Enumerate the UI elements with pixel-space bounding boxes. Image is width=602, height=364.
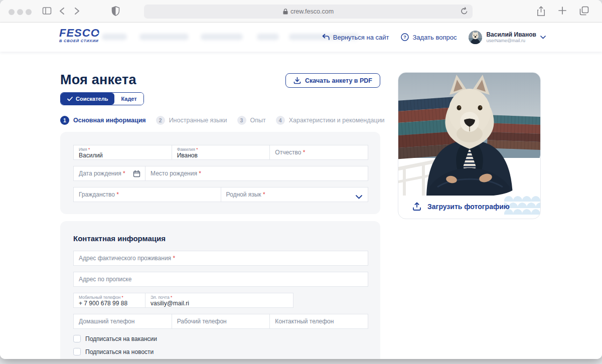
field-placeholder: Родной язык <box>226 191 261 198</box>
checkbox[interactable] <box>73 335 81 342</box>
first-name-field[interactable]: Имя * Василий <box>73 145 172 160</box>
required-mark: * <box>88 147 90 152</box>
required-mark: * <box>199 170 201 177</box>
step-label: Иностранные языки <box>169 117 227 124</box>
field-value: vasiliy@mail.ri <box>150 300 288 307</box>
citizenship-field[interactable]: Гражданство * <box>73 187 221 202</box>
form-stepper: 1Основная информация 2Иностранные языки … <box>60 116 380 125</box>
shield-icon[interactable] <box>111 6 120 18</box>
step-1-basic-info[interactable]: 1Основная информация <box>60 116 146 125</box>
required-mark: * <box>171 295 172 300</box>
reload-icon[interactable] <box>461 7 468 17</box>
step-2-foreign-languages[interactable]: 2Иностранные языки <box>156 116 227 125</box>
step-number: 2 <box>156 116 165 125</box>
required-mark: * <box>122 295 123 300</box>
field-placeholder: Домашний телефон <box>79 318 134 325</box>
required-mark: * <box>116 191 119 198</box>
required-mark: * <box>173 255 175 262</box>
share-icon[interactable] <box>537 6 545 19</box>
toggle-cadet-label: Кадет <box>121 96 136 102</box>
contact-section-heading: Контактная информация <box>73 234 368 243</box>
chevron-down-icon <box>540 36 546 39</box>
email-field[interactable]: Эл. почта * vasiliy@mail.ri <box>145 293 293 308</box>
logo-link-glyph <box>92 33 98 34</box>
step-number: 1 <box>60 116 69 125</box>
upload-icon <box>412 202 421 211</box>
home-phone-field[interactable]: Домашний телефон <box>73 314 172 329</box>
work-phone-field[interactable]: Рабочий телефон <box>172 314 270 329</box>
field-label: Мобильный телефон <box>79 295 120 300</box>
upload-photo-label: Загрузить фотографию <box>427 203 510 211</box>
download-icon <box>293 77 301 84</box>
close-window-icon[interactable] <box>9 9 15 15</box>
step-3-experience[interactable]: 3Опыт <box>237 116 266 125</box>
last-name-field[interactable]: Фамилия * Иванов <box>172 145 270 160</box>
toggle-applicant[interactable]: Соискатель <box>61 93 114 105</box>
nav-item-blurred-4[interactable] <box>257 34 279 40</box>
sidebar-icon[interactable] <box>42 6 52 18</box>
field-label: Имя <box>79 147 87 152</box>
subscribe-vacancies-checkbox[interactable]: Подписаться на вакансии <box>73 335 368 342</box>
tabs-icon[interactable] <box>579 6 589 19</box>
avatar <box>469 31 482 44</box>
minimize-window-icon[interactable] <box>17 9 23 15</box>
address-actual-field[interactable]: Адрес фактического проживания * <box>73 251 368 266</box>
user-email: userName@mail.ru <box>486 38 536 43</box>
native-language-select[interactable]: Родной язык * <box>221 187 369 202</box>
field-placeholder: Адрес фактического проживания <box>79 255 171 262</box>
ask-question-label: Задать вопрос <box>412 34 457 41</box>
address-registered-field[interactable]: Адрес по прописке <box>73 272 368 287</box>
contact-phone-field[interactable]: Контактный телефон <box>269 314 368 329</box>
toggle-cadet[interactable]: Кадет <box>114 93 143 105</box>
nav-item-blurred-2[interactable] <box>139 34 189 40</box>
field-placeholder: Отчество <box>275 149 301 156</box>
user-name: Василий Иванов <box>486 32 536 38</box>
window-controls[interactable] <box>9 9 32 15</box>
birth-date-field[interactable]: Дата рождения * <box>73 166 145 181</box>
new-tab-icon[interactable] <box>558 6 567 19</box>
forward-icon[interactable] <box>72 6 81 18</box>
required-mark: * <box>123 170 125 177</box>
nav-item-blurred-3[interactable] <box>201 34 243 40</box>
required-mark: * <box>196 147 198 152</box>
field-label: Фамилия <box>177 147 195 152</box>
step-number: 3 <box>237 116 246 125</box>
birth-place-field[interactable]: Место рождения * <box>145 166 368 181</box>
step-label: Опыт <box>250 117 266 124</box>
back-icon[interactable] <box>58 6 67 18</box>
step-label: Характеристики и рекомендации <box>289 117 385 124</box>
field-placeholder: Гражданство <box>79 191 115 198</box>
field-value: Василий <box>79 152 167 159</box>
page-title: Моя анкета <box>60 72 136 88</box>
lock-icon <box>283 9 288 15</box>
ask-question-link[interactable]: ? Задать вопрос <box>401 33 457 41</box>
checkbox[interactable] <box>73 348 81 355</box>
field-value: Иванов <box>177 152 265 159</box>
role-toggle: Соискатель Кадет <box>60 92 144 105</box>
field-placeholder: Контактный телефон <box>275 318 334 325</box>
calendar-icon[interactable] <box>133 170 140 179</box>
upload-photo-button[interactable]: Загрузить фотографию <box>398 195 510 219</box>
download-pdf-button[interactable]: Скачать анкету в PDF <box>285 73 380 88</box>
checkbox-label: Подписаться на вакансии <box>85 335 157 342</box>
back-to-site-link[interactable]: Вернуться на сайт <box>322 34 389 41</box>
select-chevron-icon[interactable] <box>356 192 362 201</box>
fesco-logo[interactable]: FESCO В СВОЕЙ СТИХИИ <box>59 28 100 43</box>
field-placeholder: Дата рождения <box>79 170 121 177</box>
user-menu[interactable]: Василий Иванов userName@mail.ru <box>469 31 546 44</box>
zoom-window-icon[interactable] <box>26 9 32 15</box>
required-mark: * <box>303 149 306 156</box>
mobile-phone-field[interactable]: Мобильный телефон * + 7 900 678 99 88 <box>73 293 145 308</box>
step-4-references[interactable]: 4Характеристики и рекомендации <box>276 116 385 125</box>
nav-item-blurred-1[interactable] <box>102 34 127 40</box>
middle-name-field[interactable]: Отчество * <box>269 145 368 160</box>
browser-window: crew.fesco.com FESCO В СВОЕЙ СТИХИИ Верн… <box>0 0 602 359</box>
address-bar[interactable]: crew.fesco.com <box>144 5 473 19</box>
toggle-applicant-label: Соискатель <box>76 96 108 102</box>
site-header: FESCO В СВОЕЙ СТИХИИ Вернуться на сайт ?… <box>0 23 602 52</box>
return-arrow-icon <box>322 34 330 41</box>
download-pdf-label: Скачать анкету в PDF <box>305 77 372 84</box>
subscribe-news-checkbox[interactable]: Подписаться на новости <box>73 348 368 355</box>
check-icon <box>67 97 73 101</box>
profile-photo-card: Загрузить фотографию <box>398 72 541 219</box>
